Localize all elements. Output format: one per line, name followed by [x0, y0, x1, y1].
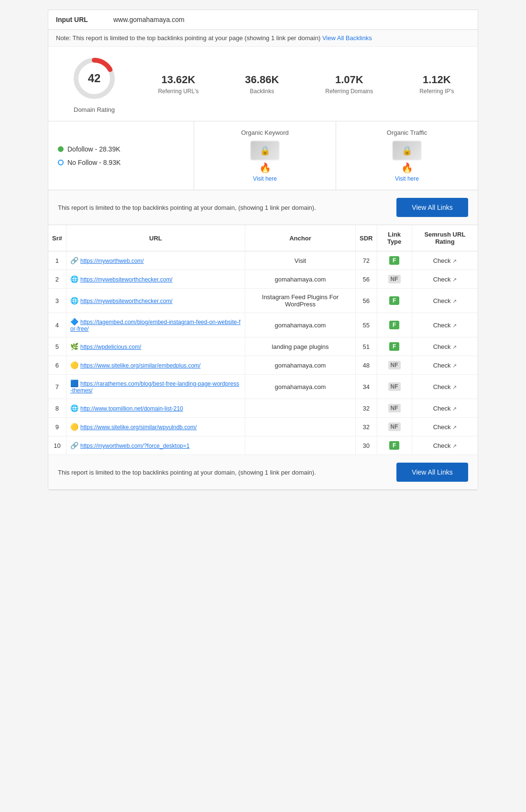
metric-label-referring-ips: Referring IP's	[419, 88, 454, 95]
cell-link-type: F	[377, 289, 412, 313]
link-type-badge: F	[389, 296, 399, 305]
bottom-view-all-button[interactable]: View All Links	[396, 463, 468, 482]
metric-backlinks: 36.86K Backlinks	[245, 74, 279, 95]
url-icon: 🔷	[70, 318, 78, 325]
col-semrush: Semrush URL Rating	[412, 225, 478, 251]
table-header-row: Sr# URL Anchor SDR Link Type Semrush URL…	[48, 225, 478, 251]
url-link[interactable]: https://rarathemes.com/blog/best-free-la…	[70, 380, 239, 394]
dofollow-item: Dofollow - 28.39K	[58, 145, 184, 153]
cell-semrush-rating: Check ↗	[412, 375, 478, 399]
top-view-all-button[interactable]: View All Links	[396, 198, 468, 217]
cell-anchor: Visit	[245, 251, 355, 270]
check-link[interactable]: Check ↗	[433, 423, 457, 431]
cell-link-type: NF	[377, 375, 412, 399]
top-view-all-banner: This report is limited to the top backli…	[48, 190, 478, 225]
url-link[interactable]: https://myworthweb.com/	[80, 258, 144, 264]
cell-link-type: NF	[377, 270, 412, 289]
check-link[interactable]: Check ↗	[433, 297, 457, 304]
organic-traffic-visit-link[interactable]: Visit here	[395, 175, 419, 182]
metric-value-referring-ips: 1.12K	[423, 74, 451, 86]
check-link[interactable]: Check ↗	[433, 343, 457, 350]
cell-sdr: 32	[356, 418, 377, 436]
cell-sdr: 72	[356, 251, 377, 270]
organic-keyword-visit-link[interactable]: Visit here	[253, 175, 277, 182]
cell-sr: 9	[48, 418, 66, 436]
input-url-row: Input URL www.gomahamaya.com	[48, 10, 478, 30]
cell-url: 🔗https://myworthweb.com/?force_desktop=1	[66, 436, 245, 455]
link-type-badge: F	[389, 441, 399, 450]
url-link[interactable]: https://wpdelicious.com/	[80, 344, 141, 350]
table-row: 8🌐http://www.topmillion.net/domain-list-…	[48, 399, 478, 418]
nofollow-dot	[58, 160, 64, 165]
follow-section: Dofollow - 28.39K No Follow - 8.93K Orga…	[48, 121, 478, 190]
metric-label-backlinks: Backlinks	[250, 88, 274, 95]
table-row: 1🔗https://myworthweb.com/Visit72FCheck ↗	[48, 251, 478, 270]
cell-sdr: 51	[356, 337, 377, 356]
cell-sr: 4	[48, 313, 66, 337]
cell-link-type: NF	[377, 418, 412, 436]
cell-anchor: Instagram Feed Plugins For WordPress	[245, 289, 355, 313]
organic-keyword-title: Organic Keyword	[241, 129, 289, 136]
cell-semrush-rating: Check ↗	[412, 356, 478, 375]
cell-sdr: 56	[356, 270, 377, 289]
url-link[interactable]: https://www.sitelike.org/similar/wpvulnd…	[80, 424, 197, 431]
cell-url: 🔗https://myworthweb.com/	[66, 251, 245, 270]
external-link-icon: ↗	[452, 384, 457, 390]
url-icon: 🟦	[70, 379, 78, 387]
domain-rating-label: Domain Rating	[74, 106, 115, 113]
metric-label-referring-domains: Referring Domains	[325, 88, 373, 95]
view-all-backlinks-link[interactable]: View All Backlinks	[322, 34, 372, 42]
check-link[interactable]: Check ↗	[433, 442, 457, 449]
url-icon: 🌐	[70, 297, 78, 304]
cell-link-type: F	[377, 251, 412, 270]
link-type-badge: F	[389, 256, 399, 265]
cell-anchor: gomahamaya.com	[245, 313, 355, 337]
check-link[interactable]: Check ↗	[433, 383, 457, 390]
note-text: Note: This report is limited to the top …	[56, 34, 320, 42]
check-link[interactable]: Check ↗	[433, 405, 457, 412]
external-link-icon: ↗	[452, 323, 457, 328]
cell-anchor	[245, 399, 355, 418]
cell-link-type: F	[377, 313, 412, 337]
donut-chart: 42	[70, 54, 118, 102]
cell-anchor: gomahamaya.com	[245, 356, 355, 375]
cell-url: 🟡https://www.sitelike.org/similar/embedp…	[66, 356, 245, 375]
url-link[interactable]: https://tagembed.com/blog/embed-instagra…	[70, 319, 241, 332]
backlinks-table: Sr# URL Anchor SDR Link Type Semrush URL…	[48, 225, 478, 455]
url-link[interactable]: https://mywebsiteworthchecker.com/	[80, 276, 173, 283]
dofollow-label: Dofollow - 28.39K	[67, 145, 121, 153]
input-url-label: Input URL	[56, 16, 113, 23]
cell-sr: 10	[48, 436, 66, 455]
check-link[interactable]: Check ↗	[433, 257, 457, 264]
cell-anchor: gomahamaya.com	[245, 375, 355, 399]
cell-sr: 3	[48, 289, 66, 313]
cell-semrush-rating: Check ↗	[412, 270, 478, 289]
cell-semrush-rating: Check ↗	[412, 289, 478, 313]
organic-traffic-fire: 🔥	[401, 162, 413, 173]
external-link-icon: ↗	[452, 363, 457, 368]
external-link-icon: ↗	[452, 258, 457, 264]
check-link[interactable]: Check ↗	[433, 322, 457, 329]
url-link[interactable]: https://www.sitelike.org/similar/embedpl…	[80, 362, 200, 369]
cell-sr: 8	[48, 399, 66, 418]
cell-sdr: 55	[356, 313, 377, 337]
table-row: 3🌐https://mywebsiteworthchecker.com/Inst…	[48, 289, 478, 313]
organic-traffic-title: Organic Traffic	[387, 129, 427, 136]
check-link[interactable]: Check ↗	[433, 362, 457, 369]
cell-semrush-rating: Check ↗	[412, 251, 478, 270]
url-link[interactable]: http://www.topmillion.net/domain-list-21…	[80, 405, 183, 412]
check-link[interactable]: Check ↗	[433, 276, 457, 283]
cell-semrush-rating: Check ↗	[412, 313, 478, 337]
organic-keyword-fire: 🔥	[259, 162, 271, 173]
cell-url: 🟦https://rarathemes.com/blog/best-free-l…	[66, 375, 245, 399]
cell-url: 🟡https://www.sitelike.org/similar/wpvuln…	[66, 418, 245, 436]
url-link[interactable]: https://myworthweb.com/?force_desktop=1	[80, 443, 189, 449]
cell-sr: 7	[48, 375, 66, 399]
organic-keyword-box: Organic Keyword 🔒 🔥 Visit here	[194, 121, 336, 190]
organic-traffic-box: Organic Traffic 🔒 🔥 Visit here	[336, 121, 478, 190]
url-link[interactable]: https://mywebsiteworthchecker.com/	[80, 298, 173, 304]
cell-anchor: gomahamaya.com	[245, 270, 355, 289]
metric-value-referring-domains: 1.07K	[335, 74, 363, 86]
bottom-banner-text: This report is limited to the top backli…	[58, 469, 387, 476]
external-link-icon: ↗	[452, 277, 457, 282]
